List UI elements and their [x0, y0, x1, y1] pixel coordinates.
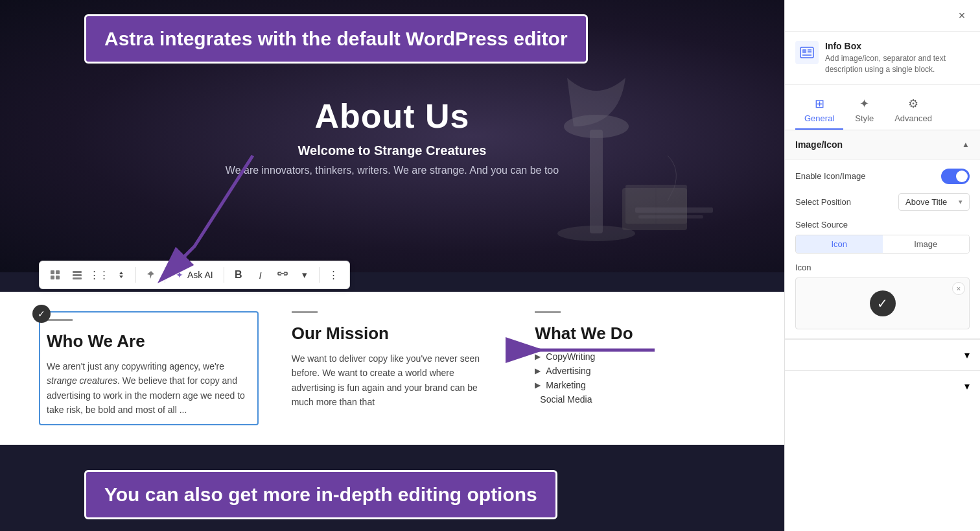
icon-preview-area[interactable]: ✓ ×	[795, 277, 970, 329]
drag-button[interactable]: ⋮⋮	[89, 265, 110, 285]
content-col-what-we-do[interactable]: What We Do ▶ CopyWriting ▶ Advertising ▶…	[528, 311, 745, 425]
hero-subtitle: Welcome to Strange Creatures	[226, 143, 559, 158]
general-tab-label: General	[804, 113, 834, 123]
ask-ai-label: Ask AI	[187, 270, 213, 280]
hero-description: We are innovators, thinkers, writers. We…	[226, 165, 559, 176]
link-options-button[interactable]: ▾	[294, 265, 315, 285]
svg-rect-13	[73, 274, 82, 276]
toolbar-divider-2	[165, 267, 165, 283]
col-separator-2	[292, 311, 318, 313]
svg-rect-12	[73, 271, 82, 273]
source-image-button[interactable]: Image	[883, 235, 970, 253]
list-item: ▶ Marketing	[535, 380, 739, 390]
callout-top-text: Astra integrates with the default WordPr…	[104, 28, 568, 49]
image-icon-section-title: Image/Icon	[795, 139, 843, 150]
tab-general[interactable]: ⊞ General	[795, 91, 843, 130]
svg-rect-11	[56, 276, 60, 279]
panel-tabs: ⊞ General ✦ Style ⚙ Advanced	[785, 85, 980, 130]
content-col-who-we-are[interactable]: ✓ Who We Are We aren't just any copywrit…	[39, 311, 259, 425]
col-title-1: Who We Are	[47, 331, 251, 351]
panel-bottom-section-1[interactable]: ▾	[785, 339, 980, 370]
enable-icon-toggle[interactable]	[941, 169, 970, 184]
icon-preview-field: Icon ✓ ×	[795, 263, 970, 329]
panel-content: Image/Icon ▲ Enable Icon/Image Select Po…	[785, 130, 980, 531]
move-up-down-button[interactable]	[111, 265, 132, 285]
select-source-field: Select Source Icon Image	[795, 220, 970, 254]
list-item-label: Social Media	[540, 394, 592, 405]
section-collapse-chevron: ▲	[962, 140, 970, 149]
select-position-value: Above Title	[905, 197, 947, 207]
editor-area: About Us Welcome to Strange Creatures We…	[0, 0, 784, 531]
enable-icon-field: Enable Icon/Image	[795, 169, 970, 184]
image-icon-section-header[interactable]: Image/Icon ▲	[785, 130, 980, 159]
style-tab-icon: ✦	[859, 97, 869, 111]
icon-remove-button[interactable]: ×	[952, 282, 965, 295]
callout-top-banner: Astra integrates with the default WordPr…	[84, 14, 588, 64]
ask-ai-button[interactable]: ✦ Ask AI	[169, 266, 220, 283]
toolbar-divider-4	[319, 267, 320, 283]
callout-bottom-text: You can also get more in-depth editing o…	[104, 484, 537, 505]
expand-chevron-1: ▾	[964, 349, 970, 361]
content-area: ✓ Who We Are We aren't just any copywrit…	[0, 292, 784, 445]
bold-button[interactable]: B	[228, 265, 249, 285]
select-position-dropdown[interactable]: Above Title ▾	[898, 193, 970, 211]
source-toggle-group: Icon Image	[795, 235, 970, 254]
hero-content: About Us Welcome to Strange Creatures We…	[226, 97, 559, 176]
svg-rect-14	[73, 277, 82, 279]
enable-icon-label: Enable Icon/Image	[795, 171, 865, 181]
list-item: ▶ CopyWriting	[535, 351, 739, 362]
svg-rect-10	[51, 276, 54, 279]
panel-close-button[interactable]: ×	[953, 6, 971, 25]
col-selected-check: ✓	[32, 305, 51, 323]
hero-title: About Us	[226, 97, 559, 136]
style-tab-label: Style	[855, 113, 874, 123]
image-icon-section-body: Enable Icon/Image Select Position Above …	[785, 159, 980, 338]
pin-button[interactable]	[140, 265, 161, 285]
advanced-tab-label: Advanced	[894, 113, 932, 123]
svg-rect-9	[56, 270, 60, 274]
content-col-our-mission[interactable]: Our Mission We want to deliver copy like…	[285, 311, 502, 425]
list-item-label: Advertising	[546, 366, 590, 376]
list-view-button[interactable]	[67, 265, 88, 285]
list-item-label: CopyWriting	[546, 351, 595, 362]
col-text-1: We aren't just any copywriting agency, w…	[47, 359, 251, 418]
select-source-label: Select Source	[795, 220, 970, 230]
advanced-tab-icon: ⚙	[908, 97, 918, 111]
more-options-button[interactable]: ⋮	[323, 265, 344, 285]
svg-rect-7	[638, 215, 703, 218]
info-box-meta: Info Box Add image/icon, separator and t…	[825, 41, 970, 75]
tab-style[interactable]: ✦ Style	[846, 91, 883, 130]
list-item: Social Media	[535, 394, 739, 405]
info-box-description: Add image/icon, separator and text descr…	[825, 53, 970, 75]
info-box-title: Info Box	[825, 41, 970, 51]
dropdown-arrow-icon: ▾	[959, 198, 962, 206]
col-separator-1	[47, 319, 73, 321]
list-arrow-icon: ▶	[535, 366, 541, 375]
image-icon-section: Image/Icon ▲ Enable Icon/Image Select Po…	[785, 130, 980, 339]
general-tab-icon: ⊞	[815, 97, 824, 111]
panel-header: ×	[785, 0, 980, 32]
col-title-3: What We Do	[535, 324, 739, 344]
info-box-icon	[795, 41, 819, 64]
col-title-2: Our Mission	[292, 324, 496, 344]
icon-preview-checkmark: ✓	[870, 290, 896, 316]
sparkle-icon: ✦	[176, 270, 183, 280]
list-arrow-icon: ▶	[535, 352, 541, 361]
svg-rect-8	[51, 270, 54, 274]
source-icon-button[interactable]: Icon	[796, 235, 883, 253]
list-item: ▶ Advertising	[535, 366, 739, 376]
tab-advanced[interactable]: ⚙ Advanced	[885, 91, 941, 130]
info-box-header: Info Box Add image/icon, separator and t…	[785, 32, 980, 85]
italic-button[interactable]: I	[250, 265, 271, 285]
callout-bottom-banner: You can also get more in-depth editing o…	[84, 470, 557, 519]
toolbar-divider-1	[135, 267, 136, 283]
select-position-field: Select Position Above Title ▾	[795, 193, 970, 211]
panel-bottom-section-2[interactable]: ▾	[785, 370, 980, 401]
block-type-button[interactable]	[45, 265, 65, 285]
link-button[interactable]	[272, 265, 293, 285]
block-toolbar: ⋮⋮ ✦ Ask AI B I ▾ ⋮	[39, 261, 350, 289]
col-separator-3	[535, 311, 561, 313]
right-panel: × Info Box Add image/icon, separator and…	[784, 0, 980, 531]
expand-chevron-2: ▾	[964, 380, 970, 392]
select-position-label: Select Position	[795, 197, 851, 207]
